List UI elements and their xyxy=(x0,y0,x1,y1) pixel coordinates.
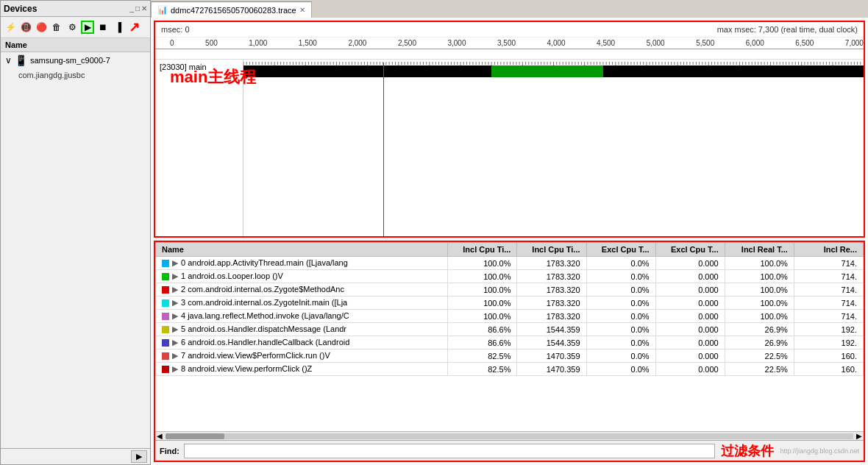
scroll-track[interactable] xyxy=(166,433,853,439)
table-cell: 160. xyxy=(794,349,863,363)
table-cell: 0.0% xyxy=(586,270,655,283)
tl-0: 0 xyxy=(170,39,174,47)
arrow-annotation: ↗ xyxy=(129,19,140,35)
tl-500: 500 xyxy=(205,39,218,47)
tl-7000: 7,000 xyxy=(845,39,864,47)
row-method-name: 4 java.lang.reflect.Method.invoke (Ljava… xyxy=(181,311,349,320)
row-expand-icon[interactable]: ▶ xyxy=(172,324,178,333)
col-header-name: Name xyxy=(156,243,448,257)
table-cell: 0.000 xyxy=(655,310,725,323)
table-cell: 100.0% xyxy=(448,310,517,323)
horizontal-scrollbar[interactable]: ◀ ▶ xyxy=(155,431,864,440)
row-expand-icon[interactable]: ▶ xyxy=(172,338,178,347)
thread-bar-green xyxy=(491,65,603,77)
row-expand-icon[interactable]: ▶ xyxy=(172,364,178,373)
sidebar-expand-button[interactable]: ▶ xyxy=(131,450,147,463)
tl-5000: 5,000 xyxy=(647,39,665,47)
table-cell: 714. xyxy=(794,270,863,283)
table-row[interactable]: ▶4 java.lang.reflect.Method.invoke (Ljav… xyxy=(156,310,864,323)
row-expand-icon[interactable]: ▶ xyxy=(172,298,178,307)
row-expand-icon[interactable]: ▶ xyxy=(172,271,178,280)
table-row[interactable]: ▶7 android.view.View$PerformClick.run ()… xyxy=(156,349,864,363)
toolbar-btn-1[interactable]: ⚡ xyxy=(4,21,17,34)
tab-bar: 📊 ddmc4727615650570060283.trace ✕ xyxy=(151,0,868,18)
toolbar-btn-2[interactable]: 📵 xyxy=(19,21,32,34)
row-color-dot xyxy=(162,339,169,347)
thread-bars-area[interactable]: // ticks rendered via SVG lines xyxy=(243,60,864,236)
table-row[interactable]: ▶0 android.app.ActivityThread.main ([Lja… xyxy=(156,257,864,270)
table-cell: 192. xyxy=(794,336,863,349)
right-panel: 📊 ddmc4727615650570060283.trace ✕ msec: … xyxy=(151,0,868,465)
device-item[interactable]: ∨ 📱 samsung-sm_c9000-7 xyxy=(1,52,150,68)
table-cell: 1783.320 xyxy=(517,297,586,310)
scroll-right-icon[interactable]: ▶ xyxy=(856,432,862,440)
tl-2000: 2,000 xyxy=(348,39,366,47)
table-cell: 0.0% xyxy=(586,310,655,323)
table-cell: 0.000 xyxy=(655,297,725,310)
col-header-incl-cpu-ms: Incl Cpu Ti... xyxy=(517,243,586,257)
table-cell: 0.0% xyxy=(586,349,655,363)
scroll-left-icon[interactable]: ◀ xyxy=(157,432,163,440)
trace-header: msec: 0 max msec: 7,300 (real time, dual… xyxy=(155,22,864,38)
row-expand-icon[interactable]: ▶ xyxy=(172,258,178,267)
toolbar-btn-4[interactable]: 🗑 xyxy=(50,21,63,34)
table-row[interactable]: ▶1 android.os.Looper.loop ()V100.0%1783.… xyxy=(156,270,864,283)
toolbar-btn-6-highlighted[interactable]: ▶ xyxy=(81,21,94,34)
tl-1500: 1,500 xyxy=(299,39,317,47)
toolbar-btn-8[interactable]: ▐ xyxy=(112,21,125,34)
row-expand-icon[interactable]: ▶ xyxy=(172,311,178,320)
col-header-excl-cpu-ms: Excl Cpu T... xyxy=(655,243,725,257)
table-row[interactable]: ▶3 com.android.internal.os.ZygoteInit.ma… xyxy=(156,297,864,310)
tl-6000: 6,000 xyxy=(746,39,764,47)
thread-ticks: // ticks rendered via SVG lines xyxy=(243,60,864,65)
sidebar-title-icons: _ □ ✕ xyxy=(129,4,147,13)
table-cell: 714. xyxy=(794,283,863,297)
row-method-name: 6 android.os.Handler.handleCallback (Lan… xyxy=(181,338,349,347)
tab-icon: 📊 xyxy=(157,5,168,15)
table-cell: 714. xyxy=(794,297,863,310)
toolbar-btn-7[interactable]: ⏹ xyxy=(96,21,110,34)
sidebar-minimize-icon[interactable]: _ xyxy=(129,4,134,13)
table-cell: 0.0% xyxy=(586,283,655,297)
table-cell: 1783.320 xyxy=(517,283,586,297)
sidebar-name-header: Name xyxy=(1,38,150,52)
collapse-icon: ∨ xyxy=(5,55,12,65)
col-header-excl-cpu-pct: Excl Cpu T... xyxy=(586,243,655,257)
row-method-name: 3 com.android.internal.os.ZygoteInit.mai… xyxy=(181,298,347,307)
table-cell: 26.9% xyxy=(725,336,794,349)
table-row[interactable]: ▶2 com.android.internal.os.Zygote$Method… xyxy=(156,283,864,297)
find-input[interactable] xyxy=(184,444,716,458)
table-cell: 0.000 xyxy=(655,363,725,376)
toolbar-btn-5[interactable]: ⚙ xyxy=(65,21,79,34)
table-cell: 100.0% xyxy=(725,310,794,323)
trace-tab[interactable]: 📊 ddmc4727615650570060283.trace ✕ xyxy=(151,1,312,18)
row-color-dot xyxy=(162,352,169,360)
device-child-item[interactable]: com.jiangdg.jjusbc xyxy=(1,68,150,82)
tl-4000: 4,000 xyxy=(547,39,566,47)
row-expand-icon[interactable]: ▶ xyxy=(172,351,178,360)
tl-3500: 3,500 xyxy=(497,39,516,47)
row-method-name: 5 android.os.Handler.dispatchMessage (La… xyxy=(181,324,346,333)
table-cell: 192. xyxy=(794,323,863,336)
trace-timeline[interactable]: 0 500 1,000 1,500 2,000 2,500 3,000 3,50… xyxy=(155,38,864,60)
table-row[interactable]: ▶5 android.os.Handler.dispatchMessage (L… xyxy=(156,323,864,336)
row-expand-icon[interactable]: ▶ xyxy=(172,285,178,294)
table-cell: 100.0% xyxy=(725,283,794,297)
table-cell: 22.5% xyxy=(725,363,794,376)
table-row[interactable]: ▶8 android.view.View.performClick ()Z82.… xyxy=(156,363,864,376)
trace-table-container[interactable]: Name Incl Cpu Ti... Incl Cpu Ti... Excl … xyxy=(155,242,864,431)
table-cell: 100.0% xyxy=(448,257,517,270)
col-header-incl-cpu-pct: Incl Cpu Ti... xyxy=(448,243,517,257)
table-cell: 100.0% xyxy=(725,270,794,283)
toolbar-btn-3[interactable]: 🔴 xyxy=(35,21,48,34)
table-cell: 1783.320 xyxy=(517,270,586,283)
tab-close-button[interactable]: ✕ xyxy=(299,6,305,14)
sidebar-close-icon[interactable]: ✕ xyxy=(141,4,147,13)
tl-3000: 3,000 xyxy=(447,39,466,47)
table-cell: 1544.359 xyxy=(517,323,586,336)
tl-2500: 2,500 xyxy=(398,39,416,47)
sidebar-maximize-icon[interactable]: □ xyxy=(135,4,140,13)
sidebar: Devices _ □ ✕ ⚡ 📵 🔴 🗑 ⚙ ▶ ⏹ ▐ ↗ Name ∨ 📱… xyxy=(0,0,151,465)
table-row[interactable]: ▶6 android.os.Handler.handleCallback (La… xyxy=(156,336,864,349)
table-cell: 0.000 xyxy=(655,323,725,336)
